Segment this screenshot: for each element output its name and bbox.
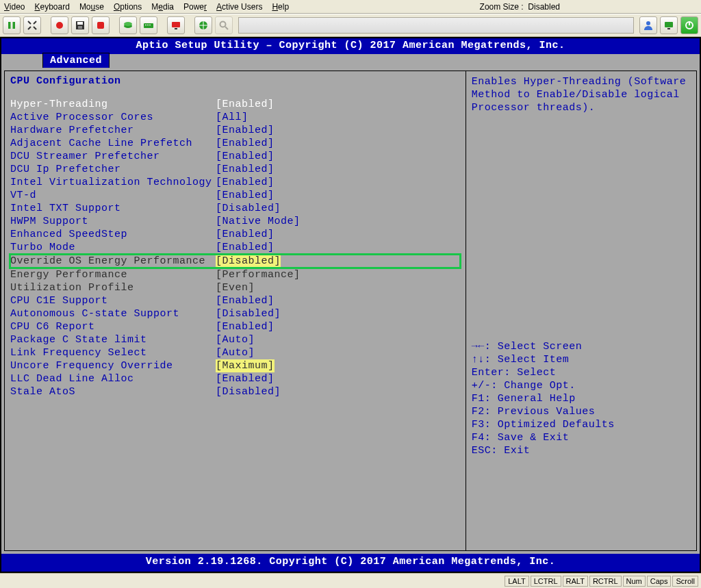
row-value: [Enabled] — [216, 228, 275, 241]
screen-button[interactable] — [660, 16, 678, 34]
user-button[interactable] — [639, 16, 657, 34]
status-indicator: RALT — [563, 576, 588, 587]
row-label: CPU C6 Report — [10, 320, 216, 333]
status-indicator: Caps — [647, 576, 672, 587]
record-button[interactable] — [51, 16, 68, 34]
row-value: [Enabled] — [216, 176, 275, 189]
bios-row[interactable]: Autonomous C-state Support[Disabled] — [10, 307, 460, 320]
tab-advanced[interactable]: Advanced — [42, 53, 110, 68]
bios-title: Aptio Setup Utility – Copyright (C) 2017… — [1, 38, 700, 54]
bios-row[interactable]: DCU Ip Prefetcher[Enabled] — [10, 163, 460, 176]
bios-left-panel[interactable]: CPU Configuration Hyper-Threading[Enable… — [4, 71, 466, 551]
svg-rect-12 — [149, 25, 151, 25]
row-label: Intel Virtualization Technology — [10, 176, 216, 189]
menu-power[interactable]: Power — [183, 2, 207, 12]
bios-row[interactable]: Hyper-Threading[Enabled] — [10, 98, 460, 111]
help-key-line: F2: Previous Values — [472, 405, 691, 418]
row-label: Utilization Profile — [10, 281, 216, 294]
bios-screen: Aptio Setup Utility – Copyright (C) 2017… — [0, 37, 701, 573]
help-key-line: ESC: Exit — [472, 444, 691, 457]
bios-row[interactable]: Enhanced SpeedStep[Enabled] — [10, 228, 460, 241]
address-bar[interactable] — [238, 17, 634, 34]
monitor-red-button[interactable] — [167, 16, 185, 34]
search-button[interactable] — [215, 16, 233, 34]
help-key-line: ↑↓: Select Item — [472, 353, 691, 366]
pause-button[interactable] — [3, 16, 21, 34]
svg-rect-13 — [172, 22, 180, 27]
row-label: Energy Performance — [10, 268, 216, 281]
row-label: DCU Streamer Prefetcher — [10, 150, 216, 163]
menu-help[interactable]: Help — [272, 2, 289, 12]
row-label: CPU C1E Support — [10, 294, 216, 307]
help-key-line: F3: Optimized Defaults — [472, 418, 691, 431]
row-value: [Auto] — [216, 333, 255, 346]
bios-row[interactable]: Utilization Profile[Even] — [10, 281, 460, 294]
help-key-line: →←: Select Screen — [472, 340, 691, 353]
menu-keyboard[interactable]: Keyboard — [34, 2, 69, 12]
row-value: [All] — [216, 111, 248, 124]
bios-row[interactable]: CPU C1E Support[Enabled] — [10, 294, 460, 307]
row-label: VT-d — [10, 189, 216, 202]
row-value: [Enabled] — [216, 98, 275, 111]
bios-row[interactable]: Turbo Mode[Enabled] — [10, 241, 460, 254]
row-value: [Enabled] — [216, 294, 275, 307]
fullscreen-button[interactable] — [23, 16, 41, 34]
bios-row[interactable]: Adjacent Cache Line Prefetch[Enabled] — [10, 137, 460, 150]
row-value: [Enabled] — [216, 189, 275, 202]
bios-row[interactable]: Intel TXT Support[Disabled] — [10, 202, 460, 215]
row-value: [Maximum] — [216, 359, 275, 372]
menu-mouse[interactable]: Mouse — [79, 2, 104, 12]
row-value: [Disabled] — [216, 202, 281, 215]
bios-row[interactable]: Package C State limit[Auto] — [10, 333, 460, 346]
bios-row[interactable]: Intel Virtualization Technology[Enabled] — [10, 176, 460, 189]
row-label: Uncore Frequency Override — [10, 359, 216, 372]
power-button[interactable] — [680, 16, 698, 34]
svg-rect-11 — [147, 25, 149, 25]
bios-row[interactable]: Link Frequency Select[Auto] — [10, 346, 460, 359]
network-button[interactable] — [194, 16, 212, 34]
bios-row[interactable]: Uncore Frequency Override[Maximum] — [10, 359, 460, 372]
menu-media[interactable]: Media — [151, 2, 174, 12]
status-indicator: LCTRL — [531, 576, 561, 587]
keyboard-button[interactable] — [140, 16, 157, 34]
separator — [112, 16, 116, 34]
connect-button[interactable] — [119, 16, 137, 34]
help-keys: →←: Select Screen↑↓: Select ItemEnter: S… — [472, 340, 691, 457]
menu-video[interactable]: VVideoideo — [4, 2, 25, 12]
bios-row[interactable]: Hardware Prefetcher[Enabled] — [10, 124, 460, 137]
help-key-line: F4: Save & Exit — [472, 431, 691, 444]
row-value: [Even] — [216, 281, 255, 294]
bios-row[interactable]: VT-d[Enabled] — [10, 189, 460, 202]
row-value: [Enabled] — [216, 163, 275, 176]
row-label: Hyper-Threading — [10, 98, 216, 111]
bios-row[interactable]: LLC Dead Line Alloc[Enabled] — [10, 372, 460, 385]
svg-rect-20 — [667, 28, 670, 29]
svg-point-16 — [220, 22, 226, 27]
help-key-line: +/-: Change Opt. — [472, 379, 691, 392]
bios-row[interactable]: DCU Streamer Prefetcher[Enabled] — [10, 150, 460, 163]
bios-row[interactable]: Override OS Energy Performance[Disabled] — [10, 255, 460, 268]
svg-point-2 — [56, 22, 63, 29]
save-button[interactable] — [71, 16, 89, 34]
bios-row[interactable]: CPU C6 Report[Enabled] — [10, 320, 460, 333]
menu-options[interactable]: Options — [114, 2, 142, 12]
row-label: Adjacent Cache Line Prefetch — [10, 137, 216, 150]
bios-row[interactable]: Active Processor Cores[All] — [10, 111, 460, 124]
row-value: [Enabled] — [216, 150, 275, 163]
row-label: Package C State limit — [10, 333, 216, 346]
bios-row[interactable]: Energy Performance[Performance] — [10, 268, 460, 281]
bios-row[interactable]: Stale AtoS[Disabled] — [10, 385, 460, 398]
row-value: [Enabled] — [216, 372, 275, 385]
svg-rect-10 — [145, 25, 146, 25]
stop-button[interactable] — [92, 16, 110, 34]
help-text: Enables Hyper-Threading (Software Method… — [472, 75, 691, 114]
row-value: [Enabled] — [216, 124, 275, 137]
toolbar — [0, 14, 701, 37]
status-indicator: Num — [623, 576, 646, 587]
separator — [44, 16, 48, 34]
row-label: LLC Dead Line Alloc — [10, 372, 216, 385]
bios-row[interactable]: HWPM Support[Native Mode] — [10, 215, 460, 228]
section-title: CPU Configuration — [10, 75, 460, 87]
row-value: [Disabled] — [216, 385, 281, 398]
menu-active-users[interactable]: Active Users — [216, 2, 262, 12]
